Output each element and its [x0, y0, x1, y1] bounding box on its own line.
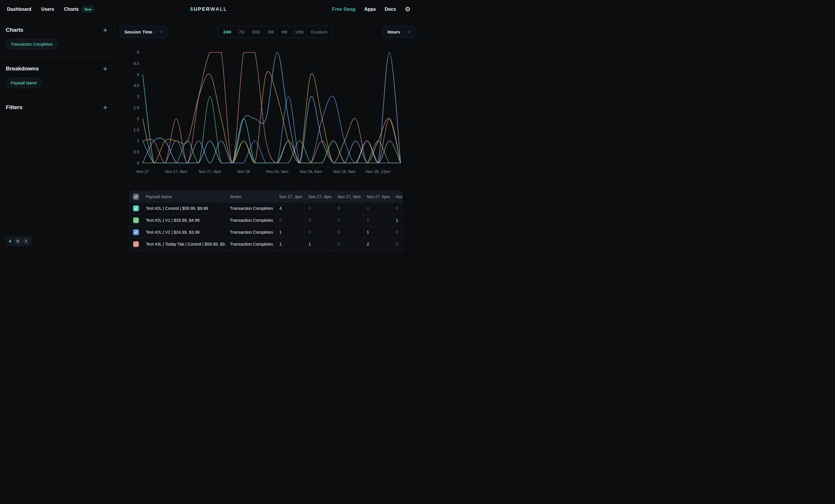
- row-checkbox[interactable]: [133, 229, 139, 235]
- table-row: Test #3L | Today Tab | Control | $59.99,…: [129, 238, 403, 250]
- add-breakdown-button[interactable]: +: [103, 65, 107, 72]
- command-palette-shortcut[interactable]: ⌘ K: [5, 236, 32, 246]
- chart-controls: Session Time 24H7D30D3M6M12MCustom Hours: [120, 26, 415, 38]
- value-cell: 0: [305, 214, 334, 226]
- metric-select[interactable]: Session Time: [120, 26, 167, 38]
- main-content: Session Time 24H7D30D3M6M12MCustom Hours…: [115, 19, 418, 252]
- charts-section-title: Charts: [6, 27, 23, 33]
- unit-select-value: Hours: [388, 29, 400, 34]
- nav-apps[interactable]: Apps: [364, 7, 376, 12]
- value-cell: 1: [363, 250, 392, 252]
- nav-charts[interactable]: Charts: [64, 7, 79, 12]
- value-cell: 0: [276, 214, 305, 226]
- paywall-name-cell: Test #2L | Control | $59.99, $9.99: [142, 203, 226, 214]
- chip-paywall-name[interactable]: Paywall Name: [6, 78, 42, 88]
- series-cell: Transaction Completes: [226, 238, 276, 250]
- nav-docs[interactable]: Docs: [385, 7, 396, 12]
- range-7d[interactable]: 7D: [235, 26, 248, 38]
- series-cell: Transaction Completes: [226, 250, 276, 252]
- value-cell: 0: [392, 226, 403, 238]
- cmd-key: ⌘: [14, 238, 21, 244]
- column-header: Paywall Name: [142, 191, 226, 203]
- value-cell: 0: [305, 203, 334, 214]
- range-30d[interactable]: 30D: [248, 26, 264, 38]
- chart-line-2: [143, 96, 401, 163]
- value-cell: 0: [363, 214, 392, 226]
- y-axis-tick-label: 5: [137, 50, 139, 55]
- line-chart: 00.511.522.533.544.55Nov 27Nov 27, 6pmNo…: [129, 48, 403, 177]
- chevron-down-icon: [408, 31, 411, 33]
- value-cell: 0: [305, 250, 334, 252]
- chart-line-3: [143, 52, 401, 163]
- settings-gear-icon[interactable]: ⚙: [405, 6, 410, 13]
- paywall-name-cell: Test #3L | Today Tab | V1 | $29.99, $4.9…: [142, 250, 226, 252]
- value-cell: 1: [334, 250, 363, 252]
- value-cell: 1: [392, 250, 403, 252]
- value-cell: 1: [276, 238, 305, 250]
- x-axis-tick-label: Nov 28, 9am: [333, 169, 356, 174]
- y-axis-tick-label: 1: [137, 139, 139, 143]
- line-chart-svg: 00.511.522.533.544.55Nov 27Nov 27, 6pmNo…: [129, 48, 403, 176]
- filters-section: Filters +: [0, 96, 115, 119]
- series-cell: Transaction Completes: [226, 226, 276, 238]
- add-chart-button[interactable]: +: [103, 26, 107, 34]
- value-cell: 0: [363, 203, 392, 214]
- row-checkbox[interactable]: [133, 217, 139, 223]
- value-cell: 0: [305, 226, 334, 238]
- table-row: Test #2L | V1 | $29.99, $4.99Transaction…: [129, 214, 403, 226]
- paywall-name-cell: Test #2L | V2 | $24.99, $3.99: [142, 226, 226, 238]
- nav-users[interactable]: Users: [41, 7, 54, 12]
- app-root: Dashboard Users Charts New $UPERWALL Fre…: [0, 0, 418, 252]
- logo-end-text: WALL: [210, 6, 227, 12]
- select-all-checkbox[interactable]: [133, 194, 139, 200]
- value-cell: 1: [305, 238, 334, 250]
- nav-left: Dashboard Users Charts New: [7, 6, 94, 13]
- top-navbar: Dashboard Users Charts New $UPERWALL Fre…: [0, 0, 418, 19]
- range-custom[interactable]: Custom: [307, 26, 331, 38]
- logo-dollar-glyph: $: [190, 6, 194, 12]
- value-cell: 0: [334, 214, 363, 226]
- time-range-segmented: 24H7D30D3M6M12MCustom: [218, 26, 333, 38]
- add-filter-button[interactable]: +: [103, 104, 107, 111]
- value-cell: 0: [392, 238, 403, 250]
- superwall-logo[interactable]: $UPERWALL: [190, 6, 227, 12]
- chip-transaction-completes[interactable]: Transaction Completes: [6, 39, 57, 49]
- paywall-name-cell: Test #2L | V1 | $29.99, $4.99: [142, 214, 226, 226]
- x-axis-tick-label: Nov 27, 9pm: [199, 169, 221, 174]
- value-cell: 0: [334, 203, 363, 214]
- value-cell: 2: [276, 250, 305, 252]
- paywall-table-wrap: Paywall NameSeriesNov 27, 3pmNov 27, 4pm…: [129, 191, 403, 252]
- y-axis-tick-label: 1.5: [134, 127, 140, 132]
- nav-free-swag[interactable]: Free Swag: [332, 7, 355, 12]
- row-checkbox[interactable]: [133, 206, 139, 211]
- y-axis-tick-label: 3.5: [134, 83, 140, 88]
- check-icon: [134, 230, 138, 234]
- new-badge: New: [82, 6, 95, 13]
- chart-line-5: [143, 52, 401, 163]
- range-3m[interactable]: 3M: [264, 26, 278, 38]
- range-12m[interactable]: 12M: [291, 26, 307, 38]
- x-axis-tick-label: Nov 28, 6am: [300, 169, 322, 174]
- filters-section-title: Filters: [6, 104, 22, 110]
- table-row: Test #2L | Control | $59.99, $9.99Transa…: [129, 203, 403, 214]
- chevron-down-icon: [160, 31, 163, 33]
- x-axis-tick-label: Nov 28, 3am: [266, 169, 288, 174]
- x-axis-tick-label: Nov 27, 6pm: [165, 169, 187, 174]
- value-cell: 1: [363, 226, 392, 238]
- check-icon: [134, 243, 138, 246]
- logo-mid-text: UPER: [194, 6, 210, 12]
- row-checkbox[interactable]: [133, 241, 139, 247]
- y-axis-tick-label: 0.5: [134, 150, 140, 154]
- check-icon: [134, 195, 138, 198]
- check-icon: [134, 207, 138, 210]
- range-24h[interactable]: 24H: [220, 26, 235, 38]
- nav-dashboard[interactable]: Dashboard: [7, 7, 32, 12]
- y-axis-tick-label: 2: [137, 117, 139, 121]
- body-row: Charts + Transaction Completes Breakdown…: [0, 19, 418, 252]
- x-axis-tick-label: Nov 28: [237, 169, 250, 174]
- unit-select[interactable]: Hours: [383, 26, 415, 38]
- breakdowns-section: Breakdowns + Paywall Name: [0, 57, 115, 96]
- column-header: Nov 27, 6pm: [363, 191, 392, 203]
- range-6m[interactable]: 6M: [278, 26, 291, 38]
- k-key: K: [23, 238, 29, 244]
